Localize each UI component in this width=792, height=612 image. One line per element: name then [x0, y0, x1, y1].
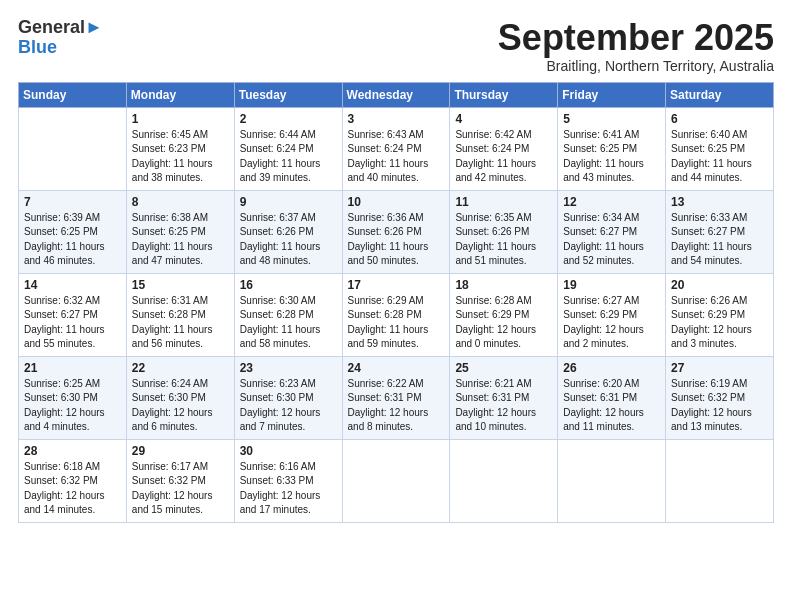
calendar-week-row: 28Sunrise: 6:18 AM Sunset: 6:32 PM Dayli… [19, 439, 774, 522]
day-number: 1 [132, 112, 229, 126]
calendar-cell [558, 439, 666, 522]
day-number: 16 [240, 278, 337, 292]
calendar-cell: 7Sunrise: 6:39 AM Sunset: 6:25 PM Daylig… [19, 190, 127, 273]
day-info: Sunrise: 6:29 AM Sunset: 6:28 PM Dayligh… [348, 294, 445, 352]
calendar-cell: 21Sunrise: 6:25 AM Sunset: 6:30 PM Dayli… [19, 356, 127, 439]
calendar-cell: 5Sunrise: 6:41 AM Sunset: 6:25 PM Daylig… [558, 107, 666, 190]
calendar-week-row: 7Sunrise: 6:39 AM Sunset: 6:25 PM Daylig… [19, 190, 774, 273]
day-number: 26 [563, 361, 660, 375]
calendar-subtitle: Braitling, Northern Territory, Australia [498, 58, 774, 74]
calendar-cell: 29Sunrise: 6:17 AM Sunset: 6:32 PM Dayli… [126, 439, 234, 522]
calendar-cell: 22Sunrise: 6:24 AM Sunset: 6:30 PM Dayli… [126, 356, 234, 439]
day-info: Sunrise: 6:39 AM Sunset: 6:25 PM Dayligh… [24, 211, 121, 269]
calendar-cell: 26Sunrise: 6:20 AM Sunset: 6:31 PM Dayli… [558, 356, 666, 439]
calendar-cell: 17Sunrise: 6:29 AM Sunset: 6:28 PM Dayli… [342, 273, 450, 356]
day-header-tuesday: Tuesday [234, 82, 342, 107]
day-info: Sunrise: 6:27 AM Sunset: 6:29 PM Dayligh… [563, 294, 660, 352]
day-header-friday: Friday [558, 82, 666, 107]
calendar-cell [19, 107, 127, 190]
day-number: 6 [671, 112, 768, 126]
day-number: 13 [671, 195, 768, 209]
day-number: 19 [563, 278, 660, 292]
day-info: Sunrise: 6:31 AM Sunset: 6:28 PM Dayligh… [132, 294, 229, 352]
day-info: Sunrise: 6:43 AM Sunset: 6:24 PM Dayligh… [348, 128, 445, 186]
day-header-saturday: Saturday [666, 82, 774, 107]
calendar-cell: 1Sunrise: 6:45 AM Sunset: 6:23 PM Daylig… [126, 107, 234, 190]
calendar-page: General► Blue September 2025 Braitling, … [0, 0, 792, 612]
calendar-cell [450, 439, 558, 522]
day-number: 8 [132, 195, 229, 209]
day-number: 5 [563, 112, 660, 126]
day-info: Sunrise: 6:19 AM Sunset: 6:32 PM Dayligh… [671, 377, 768, 435]
day-number: 22 [132, 361, 229, 375]
calendar-cell [666, 439, 774, 522]
day-number: 12 [563, 195, 660, 209]
day-info: Sunrise: 6:18 AM Sunset: 6:32 PM Dayligh… [24, 460, 121, 518]
day-number: 11 [455, 195, 552, 209]
calendar-body: 1Sunrise: 6:45 AM Sunset: 6:23 PM Daylig… [19, 107, 774, 522]
day-info: Sunrise: 6:25 AM Sunset: 6:30 PM Dayligh… [24, 377, 121, 435]
calendar-title: September 2025 [498, 18, 774, 58]
day-number: 2 [240, 112, 337, 126]
day-number: 4 [455, 112, 552, 126]
day-number: 18 [455, 278, 552, 292]
day-info: Sunrise: 6:40 AM Sunset: 6:25 PM Dayligh… [671, 128, 768, 186]
title-block: September 2025 Braitling, Northern Terri… [498, 18, 774, 74]
logo-general: General [18, 17, 85, 37]
calendar-week-row: 1Sunrise: 6:45 AM Sunset: 6:23 PM Daylig… [19, 107, 774, 190]
day-info: Sunrise: 6:37 AM Sunset: 6:26 PM Dayligh… [240, 211, 337, 269]
day-number: 23 [240, 361, 337, 375]
calendar-cell: 11Sunrise: 6:35 AM Sunset: 6:26 PM Dayli… [450, 190, 558, 273]
calendar-cell: 2Sunrise: 6:44 AM Sunset: 6:24 PM Daylig… [234, 107, 342, 190]
calendar-cell: 30Sunrise: 6:16 AM Sunset: 6:33 PM Dayli… [234, 439, 342, 522]
day-header-monday: Monday [126, 82, 234, 107]
logo-blue: ► [85, 17, 103, 37]
day-info: Sunrise: 6:24 AM Sunset: 6:30 PM Dayligh… [132, 377, 229, 435]
day-number: 25 [455, 361, 552, 375]
day-info: Sunrise: 6:20 AM Sunset: 6:31 PM Dayligh… [563, 377, 660, 435]
day-header-sunday: Sunday [19, 82, 127, 107]
calendar-cell: 9Sunrise: 6:37 AM Sunset: 6:26 PM Daylig… [234, 190, 342, 273]
day-number: 27 [671, 361, 768, 375]
calendar-cell: 28Sunrise: 6:18 AM Sunset: 6:32 PM Dayli… [19, 439, 127, 522]
calendar-header: SundayMondayTuesdayWednesdayThursdayFrid… [19, 82, 774, 107]
day-number: 17 [348, 278, 445, 292]
day-number: 20 [671, 278, 768, 292]
calendar-cell: 10Sunrise: 6:36 AM Sunset: 6:26 PM Dayli… [342, 190, 450, 273]
calendar-cell: 16Sunrise: 6:30 AM Sunset: 6:28 PM Dayli… [234, 273, 342, 356]
logo: General► Blue [18, 18, 103, 58]
day-info: Sunrise: 6:38 AM Sunset: 6:25 PM Dayligh… [132, 211, 229, 269]
header: General► Blue September 2025 Braitling, … [18, 18, 774, 74]
days-header-row: SundayMondayTuesdayWednesdayThursdayFrid… [19, 82, 774, 107]
calendar-cell: 4Sunrise: 6:42 AM Sunset: 6:24 PM Daylig… [450, 107, 558, 190]
calendar-cell: 6Sunrise: 6:40 AM Sunset: 6:25 PM Daylig… [666, 107, 774, 190]
calendar-cell: 20Sunrise: 6:26 AM Sunset: 6:29 PM Dayli… [666, 273, 774, 356]
calendar-cell: 23Sunrise: 6:23 AM Sunset: 6:30 PM Dayli… [234, 356, 342, 439]
day-number: 15 [132, 278, 229, 292]
day-info: Sunrise: 6:28 AM Sunset: 6:29 PM Dayligh… [455, 294, 552, 352]
day-header-thursday: Thursday [450, 82, 558, 107]
calendar-cell: 8Sunrise: 6:38 AM Sunset: 6:25 PM Daylig… [126, 190, 234, 273]
day-info: Sunrise: 6:42 AM Sunset: 6:24 PM Dayligh… [455, 128, 552, 186]
calendar-cell: 24Sunrise: 6:22 AM Sunset: 6:31 PM Dayli… [342, 356, 450, 439]
calendar-week-row: 14Sunrise: 6:32 AM Sunset: 6:27 PM Dayli… [19, 273, 774, 356]
day-info: Sunrise: 6:34 AM Sunset: 6:27 PM Dayligh… [563, 211, 660, 269]
day-info: Sunrise: 6:30 AM Sunset: 6:28 PM Dayligh… [240, 294, 337, 352]
calendar-cell: 27Sunrise: 6:19 AM Sunset: 6:32 PM Dayli… [666, 356, 774, 439]
day-info: Sunrise: 6:33 AM Sunset: 6:27 PM Dayligh… [671, 211, 768, 269]
day-number: 21 [24, 361, 121, 375]
day-number: 7 [24, 195, 121, 209]
day-header-wednesday: Wednesday [342, 82, 450, 107]
day-info: Sunrise: 6:36 AM Sunset: 6:26 PM Dayligh… [348, 211, 445, 269]
day-info: Sunrise: 6:44 AM Sunset: 6:24 PM Dayligh… [240, 128, 337, 186]
day-number: 24 [348, 361, 445, 375]
day-info: Sunrise: 6:23 AM Sunset: 6:30 PM Dayligh… [240, 377, 337, 435]
calendar-cell: 19Sunrise: 6:27 AM Sunset: 6:29 PM Dayli… [558, 273, 666, 356]
day-info: Sunrise: 6:35 AM Sunset: 6:26 PM Dayligh… [455, 211, 552, 269]
calendar-week-row: 21Sunrise: 6:25 AM Sunset: 6:30 PM Dayli… [19, 356, 774, 439]
calendar-cell: 14Sunrise: 6:32 AM Sunset: 6:27 PM Dayli… [19, 273, 127, 356]
calendar-cell: 13Sunrise: 6:33 AM Sunset: 6:27 PM Dayli… [666, 190, 774, 273]
day-info: Sunrise: 6:22 AM Sunset: 6:31 PM Dayligh… [348, 377, 445, 435]
day-number: 28 [24, 444, 121, 458]
day-number: 14 [24, 278, 121, 292]
